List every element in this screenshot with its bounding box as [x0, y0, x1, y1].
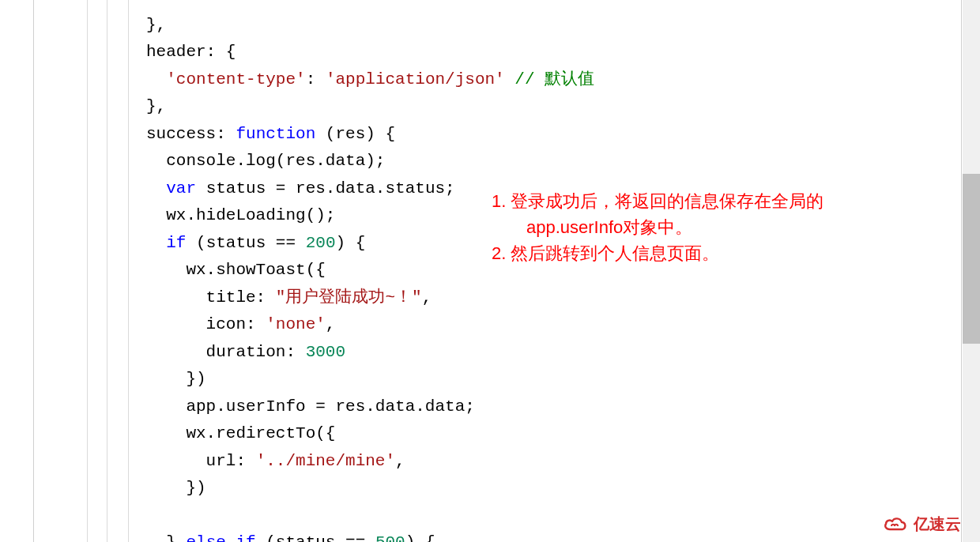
code-line: } else if (status == 500) {	[146, 533, 435, 542]
code-token: status = res.data.status;	[196, 179, 455, 198]
code-token: success:	[146, 125, 236, 143]
code-line: if (status == 200) {	[146, 234, 365, 252]
code-line: })	[146, 479, 206, 497]
annotation-text: 登录成功后，将返回的信息保存在全局的	[511, 191, 824, 211]
code-line: duration: 3000	[146, 343, 345, 361]
code-token-keyword: function	[236, 125, 315, 143]
code-area[interactable]: }, header: { 'content-type': 'applicatio…	[146, 0, 594, 542]
annotation-text: app.userInfo对象中。	[492, 214, 934, 240]
code-token: duration:	[146, 343, 306, 361]
code-token: ) {	[335, 234, 365, 252]
code-line: title: "用户登陆成功~！",	[146, 288, 432, 307]
code-token-keyword: if	[166, 234, 186, 252]
annotation-text: 然后跳转到个人信息页面。	[511, 243, 719, 263]
code-token: title:	[146, 288, 276, 307]
indent-guide	[128, 0, 129, 542]
annotation-item: 1. 登录成功后，将返回的信息保存在全局的	[492, 188, 934, 214]
code-token: :	[306, 70, 326, 88]
code-line: wx.redirectTo({	[146, 424, 335, 442]
indent-guide	[87, 0, 88, 542]
code-line: success: function (res) {	[146, 125, 395, 143]
code-line: },	[146, 16, 166, 34]
annotation-number: 2.	[492, 243, 511, 263]
code-token: ,	[395, 452, 405, 470]
annotation-overlay: 1. 登录成功后，将返回的信息保存在全局的 app.userInfo对象中。 2…	[492, 188, 934, 266]
code-token: ,	[326, 315, 336, 333]
code-token-keyword: var	[166, 179, 196, 198]
code-token: url:	[146, 452, 256, 470]
cloud-icon	[884, 515, 907, 533]
code-token	[146, 179, 166, 198]
code-token: (status ==	[186, 234, 305, 252]
code-token-number: 500	[375, 533, 405, 542]
code-token-keyword: else if	[186, 533, 255, 542]
code-token-string: '../mine/mine'	[256, 452, 395, 470]
code-token: (res) {	[315, 125, 395, 143]
code-editor-viewport: }, header: { 'content-type': 'applicatio…	[33, 0, 962, 542]
code-line: wx.hideLoading();	[146, 206, 335, 224]
code-line: url: '../mine/mine',	[146, 452, 405, 470]
code-token-number: 3000	[306, 343, 345, 361]
code-line: var status = res.data.status;	[146, 179, 455, 198]
code-line: header: {	[146, 43, 236, 61]
code-token-number: 200	[306, 234, 336, 252]
scrollbar-thumb[interactable]	[963, 174, 980, 344]
code-token-string: "用户登陆成功~！"	[276, 288, 422, 307]
code-token-string: 'content-type'	[166, 70, 305, 88]
indent-guide	[107, 0, 107, 542]
code-token-string: 'application/json'	[326, 70, 505, 88]
code-token	[146, 234, 166, 252]
watermark: 亿速云	[884, 510, 961, 538]
code-token: ) {	[405, 533, 435, 542]
code-line: })	[146, 370, 206, 388]
code-line: console.log(res.data);	[146, 152, 385, 170]
code-line: 'content-type': 'application/json' // 默认…	[146, 70, 594, 88]
annotation-number: 1.	[492, 191, 511, 211]
code-line: },	[146, 97, 166, 115]
watermark-text: 亿速云	[914, 510, 961, 538]
code-token: (status ==	[256, 533, 375, 542]
code-token: icon:	[146, 315, 266, 333]
code-token-string: 'none'	[266, 315, 326, 333]
code-token: ,	[422, 288, 432, 307]
code-token: }	[146, 533, 186, 542]
code-line: app.userInfo = res.data.data;	[146, 397, 475, 416]
code-line: icon: 'none',	[146, 315, 335, 333]
code-token-comment: // 默认值	[505, 70, 594, 88]
code-line: wx.showToast({	[146, 261, 326, 279]
annotation-item: 2. 然后跳转到个人信息页面。	[492, 240, 934, 266]
